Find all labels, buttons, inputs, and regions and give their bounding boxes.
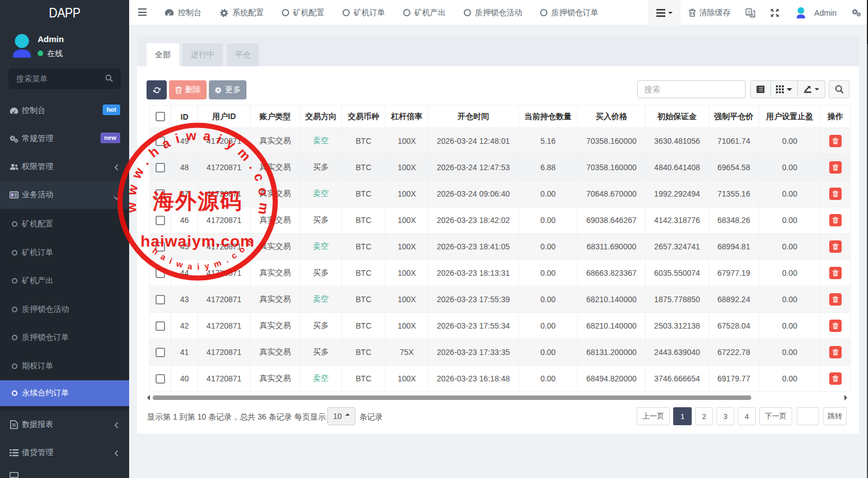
svg-text:海外源码: 海外源码 bbox=[152, 189, 243, 213]
svg-text:haiwaiym.com: haiwaiym.com bbox=[140, 233, 254, 250]
svg-text:A: A bbox=[751, 12, 754, 16]
